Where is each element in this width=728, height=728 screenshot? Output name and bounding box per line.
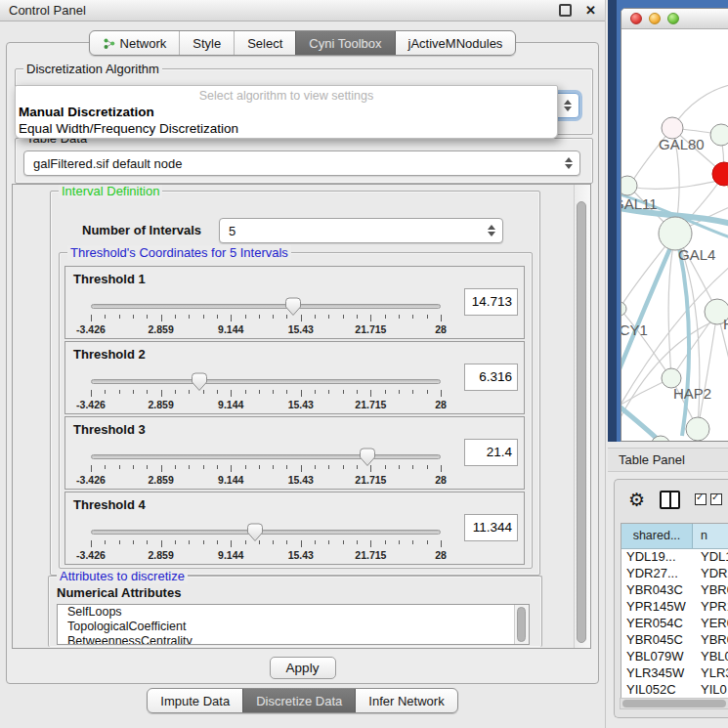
table-header-name[interactable]: n — [693, 524, 728, 548]
checkbox-icon[interactable] — [710, 493, 722, 505]
slider-tick — [133, 465, 134, 469]
table-row[interactable]: YER054CYER0 — [621, 616, 728, 632]
tab-select[interactable]: Select — [234, 31, 295, 55]
table-row[interactable]: YIL052CYIL0 — [621, 682, 728, 699]
cell-shared-name: YLR345W — [621, 665, 693, 682]
tab-style[interactable]: Style — [179, 31, 234, 55]
table-row[interactable]: YLR345WYLR3 — [621, 665, 728, 682]
slider-tick — [273, 390, 274, 394]
threshold-value-field[interactable]: 14.713 — [464, 288, 518, 316]
slider-tick-label: 28 — [435, 474, 447, 486]
table-row[interactable]: YBR045CYBR0 — [621, 632, 728, 649]
threshold-label: Threshold 1 — [73, 272, 146, 286]
split-view-icon[interactable] — [660, 491, 680, 509]
tab-impute-data[interactable]: Impute Data — [148, 689, 242, 712]
slider-tick — [441, 315, 442, 321]
slider-thumb[interactable] — [284, 297, 302, 317]
network-node[interactable] — [621, 302, 626, 316]
threshold-value-field[interactable]: 11.344 — [464, 514, 518, 541]
slider-tick — [245, 315, 246, 319]
apply-button[interactable]: Apply — [270, 657, 336, 679]
minimize-traffic-light-icon[interactable] — [649, 13, 661, 24]
slider-thumb[interactable] — [359, 448, 376, 467]
slider-tick — [133, 315, 134, 319]
slider-tick — [231, 390, 232, 397]
table-data-combobox[interactable]: galFiltered.sif default node — [23, 150, 580, 176]
slider-tick — [301, 465, 302, 472]
table-data-group: Table Data galFiltered.sif default node — [15, 138, 593, 184]
attribute-list-item[interactable]: TopologicalCoefficient — [58, 620, 529, 634]
threshold-label: Threshold 2 — [73, 347, 146, 362]
interval-definition-group: Interval Definition Number of Intervals … — [50, 191, 540, 576]
slider-track[interactable] — [91, 379, 441, 384]
column-visibility-icons[interactable] — [695, 493, 722, 505]
threshold-slider[interactable]: -3.4262.8599.14415.4321.71528 — [91, 447, 441, 490]
slider-tick — [385, 465, 386, 469]
network-node[interactable] — [710, 124, 728, 146]
threshold-label: Threshold 4 — [73, 497, 146, 512]
number-of-intervals-combobox[interactable]: 5 — [219, 218, 503, 243]
slider-thumb[interactable] — [191, 372, 208, 392]
table-horizontal-scrollbar[interactable] — [620, 698, 728, 709]
dropdown-item-manual-discretization[interactable]: Manual Discretization — [16, 104, 557, 120]
slider-tick — [231, 465, 232, 472]
tab-cyni-toolbox[interactable]: Cyni Toolbox — [295, 31, 394, 55]
table-header-shared-name[interactable]: shared... — [621, 524, 693, 548]
slider-tick — [427, 465, 428, 469]
threshold-slider[interactable]: -3.4262.8599.14415.4321.71528 — [91, 296, 441, 339]
table-row[interactable]: YDR27...YDR2 — [621, 566, 728, 582]
slider-track[interactable] — [91, 530, 441, 535]
slider-tick — [315, 540, 316, 544]
slider-tick — [399, 315, 400, 319]
slider-track[interactable] — [91, 304, 441, 309]
dropdown-item-equal-width-frequency[interactable]: Equal Width/Frequency Discretization — [16, 120, 557, 137]
settings-scrollbar[interactable] — [574, 185, 590, 648]
threshold-value-field[interactable]: 21.4 — [464, 439, 518, 466]
slider-tick — [147, 315, 148, 319]
slider-tick — [385, 315, 386, 319]
node-attribute-table[interactable]: shared... n YDL19...YDL1YDR27...YDR2YBR0… — [621, 523, 728, 699]
threshold-value-field[interactable]: 6.316 — [464, 364, 518, 391]
threshold-slider[interactable]: -3.4262.8599.14415.4321.71528 — [91, 371, 441, 414]
gear-icon[interactable]: ⚙ — [628, 491, 645, 509]
network-node[interactable] — [686, 417, 709, 441]
slider-tick — [147, 465, 148, 469]
slider-thumb[interactable] — [246, 523, 264, 542]
tab-network[interactable]: Network — [90, 31, 180, 55]
table-row[interactable]: YBL079WYBL0 — [621, 649, 728, 665]
list-scrollbar[interactable] — [514, 605, 529, 644]
attribute-list-item[interactable]: BetweennessCentrality — [58, 634, 529, 645]
slider-tick — [91, 540, 92, 547]
slider-tick-label: 21.715 — [355, 323, 386, 335]
slider-tick-label: 9.144 — [218, 323, 243, 335]
checkbox-icon[interactable] — [695, 493, 707, 505]
table-row[interactable]: YPR145WYPR1 — [621, 599, 728, 616]
close-traffic-light-icon[interactable] — [630, 13, 642, 24]
network-canvas[interactable]: GAL80GCGAL11GAL4GCY1HHAP2 — [621, 29, 728, 442]
tab-infer-network[interactable]: Infer Network — [355, 689, 456, 712]
float-window-icon[interactable] — [559, 4, 572, 17]
zoom-traffic-light-icon[interactable] — [667, 13, 679, 24]
slider-tick — [119, 315, 120, 319]
slider-track[interactable] — [91, 454, 441, 459]
slider-tick — [427, 390, 428, 394]
slider-tick — [105, 540, 106, 544]
network-node[interactable] — [659, 217, 692, 250]
table-row[interactable]: YBR043CYBR0 — [621, 582, 728, 599]
network-node[interactable] — [621, 176, 637, 195]
threshold-slider[interactable]: -3.4262.8599.14415.4321.71528 — [91, 522, 441, 565]
attribute-list-item[interactable]: SelfLoops — [58, 605, 529, 620]
tab-jactivemnodules[interactable]: jActiveMNodules — [395, 31, 516, 55]
close-icon[interactable]: ✕ — [585, 3, 596, 18]
slider-tick — [441, 465, 442, 472]
threshold-box-4: Threshold 4-3.4262.8599.14415.4321.71528… — [64, 492, 525, 565]
slider-tick — [189, 540, 190, 544]
slider-tick — [328, 465, 329, 469]
numerical-attributes-list[interactable]: SelfLoopsTopologicalCoefficientBetweenne… — [57, 604, 530, 645]
tab-discretize-data[interactable]: Discretize Data — [242, 689, 355, 712]
table-row[interactable]: YDL19...YDL1 — [621, 549, 728, 566]
network-edge[interactable] — [698, 312, 717, 429]
threshold-box-3: Threshold 3-3.4262.8599.14415.4321.71528… — [64, 416, 525, 490]
threshold-box-2: Threshold 2-3.4262.8599.14415.4321.71528… — [64, 341, 525, 414]
slider-tick — [217, 465, 218, 469]
